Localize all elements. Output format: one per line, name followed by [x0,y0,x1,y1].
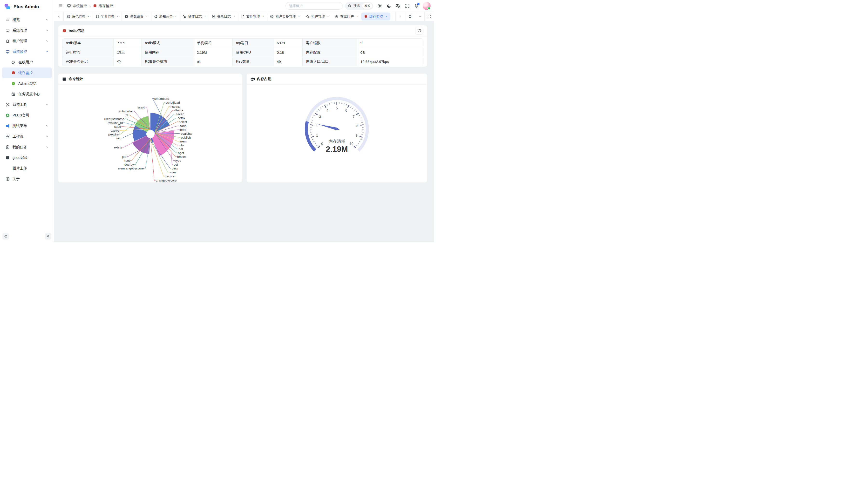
sidebar-item[interactable]: 我的任务 [2,142,52,152]
avatar[interactable] [423,2,431,10]
slice-label: zscore [165,174,174,178]
home-icon [5,39,10,43]
tab-label: 操作日志 [188,14,202,19]
tab-bar: 角色管理×字典管理×参数设置×通知公告×操作日志×登录日志×文件管理×租户套餐管… [54,11,434,21]
redis-info-card: redis信息 redis版本7.2.5redis模式单机模式tcp端口6379… [58,25,427,67]
spring-icon [11,82,16,86]
gauge-tick-label: 5 [336,106,338,110]
moon-button[interactable] [387,4,391,8]
tab-close-icon[interactable]: × [204,15,206,18]
chevron-left-icon [57,15,61,18]
gauge-tick-label: 10 [350,142,353,146]
tab-close-icon[interactable]: × [385,15,387,18]
gear-button[interactable] [378,4,382,8]
tab-label: 登录日志 [217,14,231,19]
info-label-cell: RDB是否成功 [141,57,193,66]
sidebar-item[interactable]: ¥gitee记录 [2,152,52,163]
open-tabs: 角色管理×字典管理×参数设置×通知公告×操作日志×登录日志×文件管理×租户套餐管… [64,12,396,21]
refresh-button[interactable] [415,27,423,35]
breadcrumb-item[interactable]: 系统监控 [67,4,87,8]
sidebar-item[interactable]: 关于 [2,173,52,184]
tab-close-icon[interactable]: × [88,15,90,18]
search-shortcut-chip: ⌘ K [362,3,372,9]
tab-item[interactable]: 登录日志× [209,12,238,21]
tab-maximize-button[interactable] [424,12,434,21]
tools-icon [5,103,10,107]
sidebar-item[interactable]: 系统管理 [2,25,52,36]
tabs-more-button[interactable] [415,12,424,21]
memory-usage-card: 内存占用 012345678910内存消耗2.19M [246,73,427,183]
info-label-cell: redis版本 [62,39,114,48]
sidebar-pin-button[interactable] [45,233,51,239]
translate-button[interactable] [396,4,401,8]
breadcrumb-item[interactable]: 缓存监控 [93,4,113,8]
sidebar-item[interactable]: 缓存监控 [2,67,52,78]
info-label-cell: 客户端数 [303,39,357,48]
fullscreen-button[interactable] [405,4,410,8]
sidebar-item[interactable]: 租户管理 [2,36,52,46]
sidebar-item[interactable]: 系统工具 [2,99,52,110]
menu-toggle-icon[interactable] [58,3,63,8]
tab-label: 租户套餐管理 [275,14,296,19]
tenant-select-input[interactable] [285,2,343,10]
tab-refresh-button[interactable] [405,12,415,21]
clipboard-icon [5,145,10,149]
tab-item[interactable]: 角色管理× [64,12,93,21]
tab-item[interactable]: 租户套餐管理× [267,12,303,21]
info-label-cell: 内存配置 [303,48,357,57]
sidebar-item-label: PLUS官网 [12,113,52,118]
tab-label: 租户管理 [311,14,325,19]
sidebar-item[interactable]: 图片上传 [2,163,52,173]
tab-item[interactable]: 操作日志× [180,12,209,21]
tab-close-icon[interactable]: × [146,15,148,18]
redis-icon [364,15,368,18]
bell-button[interactable] [414,4,419,8]
gauge-chart: 012345678910内存消耗2.19M [247,85,427,183]
tab-label: 缓存监控 [369,14,383,19]
page-content: redis信息 redis版本7.2.5redis模式单机模式tcp端口6379… [54,21,434,242]
chevron-down-icon [45,18,49,22]
info-value-cell: 6379 [273,39,303,48]
tabs-scroll-right-button[interactable] [396,12,405,21]
tab-item[interactable]: 在线用户× [332,12,361,21]
tab-close-icon[interactable]: × [233,15,235,18]
tab-item[interactable]: 通知公告× [151,12,180,21]
slice-label: hget [178,151,184,155]
tab-close-icon[interactable]: × [117,15,119,18]
redis-icon [93,4,97,8]
sidebar-item[interactable]: 任务调度中心 [2,89,52,99]
table-row: 运行时间19天使用内存2.19M使用CPU0.18内存配置0B [62,48,423,57]
tab-item[interactable]: 文件管理× [238,12,268,21]
sidebar-item[interactable]: 工作流 [2,131,52,142]
sidebar-item-label: 在线用户 [18,60,52,65]
tab-close-icon[interactable]: × [327,15,329,18]
gauge-tick-label: 6 [345,108,347,112]
sidebar-item[interactable]: Admin监控 [2,78,52,89]
global-search-button[interactable]: 搜索 ⌘ K [345,2,373,10]
tab-item[interactable]: 参数设置× [122,12,151,21]
sidebar-item-label: 我的任务 [12,145,45,150]
sidebar-collapse-button[interactable] [2,233,9,239]
tab-close-icon[interactable]: × [298,15,300,18]
app-logo[interactable]: Plus Admin [0,0,54,13]
sidebar-item[interactable]: 概览 [2,14,52,25]
tab-item[interactable]: 字典管理× [93,12,122,21]
info-label-cell: 使用CPU [233,48,273,57]
search-icon [348,4,351,8]
tab-close-icon[interactable]: × [262,15,264,18]
redis-icon [62,29,66,33]
gauge-value: 2.19M [326,144,348,154]
tab-item[interactable]: 租户管理× [303,12,332,21]
tab-label: 参数设置 [130,14,144,19]
sidebar-item[interactable]: 测试菜单 [2,121,52,131]
sidebar-item[interactable]: PLUS官网 [2,110,52,121]
sidebar-item[interactable]: 系统监控 [2,46,52,57]
sidebar-item[interactable]: 在线用户 [2,57,52,67]
tab-close-icon[interactable]: × [175,15,177,18]
tab-item[interactable]: 缓存监控× [361,12,390,21]
tabs-scroll-left-button[interactable] [54,12,64,21]
tab-close-icon[interactable]: × [356,15,358,18]
info-label-cell: Key数量 [233,57,273,66]
copyright-icon [5,177,10,181]
table-row: redis版本7.2.5redis模式单机模式tcp端口6379客户端数9 [62,39,423,48]
